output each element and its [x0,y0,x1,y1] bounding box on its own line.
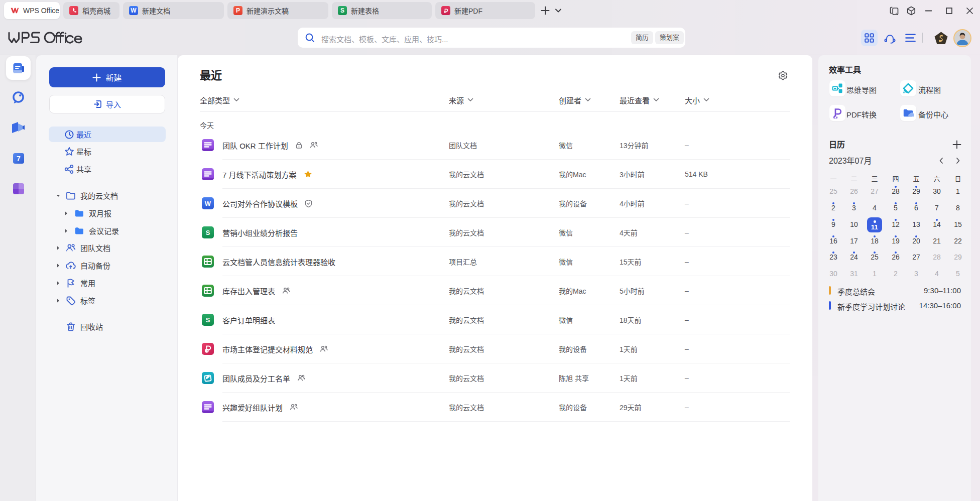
svg-text:W: W [205,200,211,207]
svg-text:S: S [206,316,210,324]
svg-text:S: S [206,229,210,236]
svg-text:7: 7 [17,155,21,163]
